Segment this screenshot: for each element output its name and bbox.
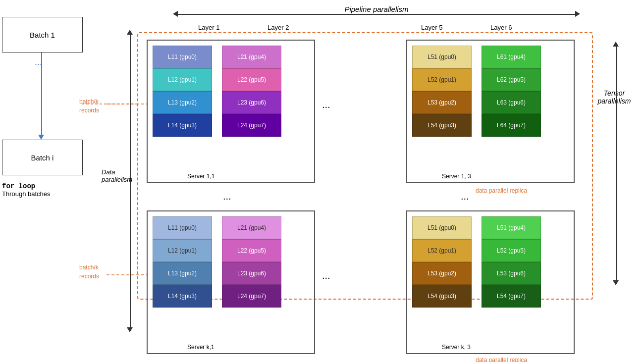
tensor-label: Tensor parallelism (587, 89, 642, 105)
pipeline-left-arrow (173, 11, 178, 17)
for-loop-label: for loop Through batches (2, 182, 51, 198)
serverkm3-layer6: L51 (gpu4) L52 (gpu5) L53 (gpu6) L54 (gp… (482, 216, 541, 308)
k-l12-gpu1: L12 (gpu1) (153, 239, 212, 262)
batchi-box: Batch i (2, 140, 83, 175)
k-l54-gpu3: L54 (gpu3) (412, 285, 472, 308)
l11-gpu0: L11 (gpu0) (153, 46, 212, 68)
k-l14-gpu3: L14 (gpu3) (153, 285, 212, 308)
layer5-label: Layer 5 (421, 24, 442, 31)
k-l51-gpu4: L51 (gpu4) (482, 216, 541, 239)
layer1-label: Layer 1 (198, 24, 219, 31)
k-l11-gpu0: L11 (gpu0) (153, 216, 212, 239)
l63-gpu6: L63 (gpu6) (482, 91, 541, 114)
k-l22-gpu5: L22 (gpu5) (222, 239, 281, 262)
server11-label: Server 1,1 (187, 173, 215, 180)
l52-gpu1: L52 (gpu1) (412, 68, 472, 91)
server13-layer6: L61 (gpu4) L62 (gpu5) L63 (gpu6) L64 (gp… (482, 46, 541, 137)
data-parallelism-top-arrow (127, 30, 133, 35)
k-l13-gpu2: L13 (gpu2) (153, 262, 212, 285)
l62-gpu5: L62 (gpu5) (482, 68, 541, 91)
data-parallel-replica-bottom: data parallel replica (476, 357, 527, 362)
l54-gpu3: L54 (gpu3) (412, 114, 472, 137)
tensor-arrow-line (616, 45, 617, 282)
serverkm3-label: Server k, 3 (442, 344, 471, 351)
l64-gpu7: L64 (gpu7) (482, 114, 541, 137)
serverkm1-layer2: L21 (gpu4) L22 (gpu5) L23 (gpu6) L24 (gp… (222, 216, 281, 308)
server13-box: L51 (gpu0) L52 (gpu1) L53 (gpu2) L54 (gp… (406, 40, 575, 183)
layer2-label: Layer 2 (268, 24, 289, 31)
diagram-container: Batch 1 ... Batch i for loop Through bat… (0, 0, 644, 362)
tensor-bottom-arrow (613, 280, 619, 285)
server11-layer2: L21 (gpu4) L22 (gpu5) L23 (gpu6) L24 (gp… (222, 46, 281, 137)
k-l53-gpu6: L53 (gpu6) (482, 262, 541, 285)
batchi-label: Batch i (31, 154, 54, 162)
data-parallel-replica-top: data parallel replica (476, 187, 527, 194)
dots-bottom-mid: ... (322, 270, 330, 281)
data-parallelism-bottom-arrow (127, 327, 133, 332)
batch-arrow-head (38, 135, 44, 140)
serverkm1-layer1: L11 (gpu0) L12 (gpu1) L13 (gpu2) L14 (gp… (153, 216, 212, 308)
l53-gpu2: L53 (gpu2) (412, 91, 472, 114)
serverkm3-layer5: L51 (gpu0) L52 (gpu1) L53 (gpu2) L54 (gp… (412, 216, 472, 308)
l22-gpu5: L22 (gpu5) (222, 68, 281, 91)
k-l51-gpu0: L51 (gpu0) (412, 216, 472, 239)
serverkm3-box: L51 (gpu0) L52 (gpu1) L53 (gpu2) L54 (gp… (406, 210, 575, 354)
pipeline-arrow-line (176, 14, 577, 15)
l51-gpu0: L51 (gpu0) (412, 46, 472, 68)
serverkm1-label: Server k,1 (187, 344, 215, 351)
k-l52-gpu5: L52 (gpu5) (482, 239, 541, 262)
dots-vertical-right: ... (461, 191, 469, 202)
dots-vertical-left: ... (223, 191, 231, 202)
dots-top-mid: ... (322, 99, 330, 110)
data-parallelism-label: Data parallelism (102, 168, 132, 183)
server13-label: Server 1, 3 (442, 173, 471, 180)
serverkm1-box: L11 (gpu0) L12 (gpu1) L13 (gpu2) L14 (gp… (147, 210, 315, 354)
k-l24-gpu7: L24 (gpu7) (222, 285, 281, 308)
tensor-top-arrow (613, 42, 619, 47)
server11-box: L11 (gpu0) L12 (gpu1) L13 (gpu2) L14 (gp… (147, 40, 315, 183)
k-l54-gpu7: L54 (gpu7) (482, 285, 541, 308)
l13-gpu2: L13 (gpu2) (153, 91, 212, 114)
k-l53-gpu2: L53 (gpu2) (412, 262, 472, 285)
pipeline-right-arrow (575, 11, 580, 17)
k-l21-gpu4: L21 (gpu4) (222, 216, 281, 239)
pipeline-label: Pipeline parallelism (173, 5, 580, 14)
batch1-box: Batch 1 (2, 17, 83, 52)
l12-gpu1: L12 (gpu1) (153, 68, 212, 91)
k-l52-gpu1: L52 (gpu1) (412, 239, 472, 262)
batch-records-line-top (77, 79, 146, 119)
l61-gpu4: L61 (gpu4) (482, 46, 541, 68)
server13-layer5: L51 (gpu0) L52 (gpu1) L53 (gpu2) L54 (gp… (412, 46, 472, 137)
l14-gpu3: L14 (gpu3) (153, 114, 212, 137)
l21-gpu4: L21 (gpu4) (222, 46, 281, 68)
layer6-label: Layer 6 (490, 24, 512, 31)
batch1-label: Batch 1 (30, 31, 55, 39)
batch-arrow-line (41, 52, 42, 137)
k-l23-gpu6: L23 (gpu6) (222, 262, 281, 285)
l24-gpu7: L24 (gpu7) (222, 114, 281, 137)
server11-layer1: L11 (gpu0) L12 (gpu1) L13 (gpu2) L14 (gp… (153, 46, 212, 137)
batch-k-records-bottom: batch/k records (79, 262, 99, 280)
l23-gpu6: L23 (gpu6) (222, 91, 281, 114)
